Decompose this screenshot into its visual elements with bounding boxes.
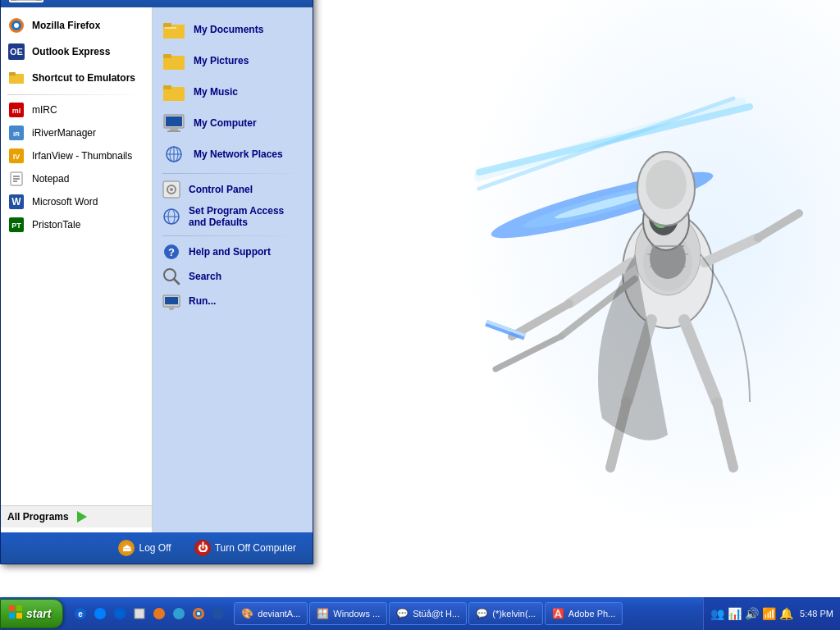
run-label: Run... <box>189 295 216 307</box>
svg-text:mI: mI <box>12 107 21 115</box>
logoff-label: Log Off <box>139 542 171 554</box>
pinned-emulators[interactable]: Shortcut to Emulators <box>1 65 152 91</box>
recent-iriver[interactable]: iR iRiverManager <box>1 121 152 144</box>
svg-line-20 <box>705 238 758 262</box>
taskbar-deviantart[interactable]: 🎨 deviantA... <box>234 602 308 625</box>
svg-line-79 <box>174 279 179 284</box>
ql-icon-6[interactable] <box>170 605 188 623</box>
svg-line-17 <box>512 304 569 336</box>
recent-irfanview[interactable]: IV IrfanView - Thumbnails <box>1 144 152 167</box>
taskbar-chat2[interactable]: 💬 (*)kelvin(... <box>468 602 543 625</box>
svg-point-97 <box>212 608 224 619</box>
start-menu-header: Jed <box>1 0 313 7</box>
left-panel: Mozilla Firefox OE Outlook Express <box>1 7 153 532</box>
logoff-icon: ⏏ <box>118 540 135 556</box>
svg-point-15 <box>646 160 687 209</box>
turnoff-label: Turn Off Computer <box>215 542 296 554</box>
pristontale-icon: PT <box>7 216 25 234</box>
svg-rect-83 <box>9 605 15 611</box>
ql-ie-icon[interactable]: e <box>71 605 89 623</box>
ql-icon-8[interactable] <box>209 605 227 623</box>
svg-line-21 <box>758 213 799 238</box>
chat2-icon: 💬 <box>476 608 488 619</box>
left-separator <box>7 94 145 95</box>
mirc-icon: mI <box>7 101 25 119</box>
start-button[interactable]: start <box>0 599 63 628</box>
adobe-icon: 🅰️ <box>552 608 564 619</box>
my-network-icon <box>162 143 185 166</box>
taskbar-windows1[interactable]: 🪟 Windows ... <box>309 602 387 625</box>
my-pictures-item[interactable]: My Pictures <box>153 45 313 76</box>
control-panel-item[interactable]: Control Panel <box>153 177 313 202</box>
svg-text:e: e <box>79 609 84 619</box>
firefox-label: Mozilla Firefox <box>32 20 100 31</box>
pinned-outlook[interactable]: OE Outlook Express <box>1 39 152 65</box>
outlook-label: Outlook Express <box>32 46 110 57</box>
desktop-wallpaper <box>413 0 840 597</box>
recent-msword[interactable]: W Microsoft Word <box>1 190 152 213</box>
control-panel-label: Control Panel <box>189 184 253 195</box>
system-tray: 👥 📊 🔊 📶 🔔 5:48 PM <box>703 597 840 630</box>
menu-body: Mozilla Firefox OE Outlook Express <box>1 7 313 532</box>
tray-signal-icon[interactable]: 📶 <box>762 607 776 620</box>
ql-icon-2[interactable] <box>91 605 109 623</box>
svg-text:?: ? <box>168 246 175 258</box>
set-program-access-item[interactable]: Set Program Access and Defaults <box>153 202 313 232</box>
svg-line-2 <box>479 103 742 176</box>
svg-point-92 <box>153 608 165 619</box>
emulators-label: Shortcut to Emulators <box>32 72 135 84</box>
mirc-label: mIRC <box>32 104 57 116</box>
windows1-icon: 🪟 <box>317 608 329 619</box>
search-item[interactable]: Search <box>153 264 313 289</box>
svg-rect-56 <box>163 23 171 27</box>
tray-volume-icon[interactable]: 🔊 <box>745 607 759 620</box>
ql-icon-5[interactable] <box>150 605 168 623</box>
search-label: Search <box>189 271 221 282</box>
ql-icon-3[interactable] <box>111 605 129 623</box>
run-icon <box>162 292 180 310</box>
run-item[interactable]: Run... <box>153 289 313 313</box>
right-panel: My Documents My Pictures <box>153 7 313 532</box>
taskbar-chat1[interactable]: 💬 Stüå@t H... <box>389 602 467 625</box>
menu-footer: ⏏ Log Off ⏻ Turn Off Computer <box>1 532 313 564</box>
my-computer-item[interactable]: My Computer <box>153 107 313 139</box>
windows1-label: Windows ... <box>333 609 380 619</box>
my-documents-item[interactable]: My Documents <box>153 14 313 45</box>
pinned-firefox[interactable]: Mozilla Firefox <box>1 12 152 39</box>
svg-point-36 <box>14 23 19 28</box>
recent-notepad[interactable]: Notepad <box>1 167 152 190</box>
iriver-label: iRiverManager <box>32 127 96 139</box>
tray-network-icon[interactable]: 📊 <box>728 607 742 620</box>
svg-rect-40 <box>9 72 16 75</box>
recent-pristontale[interactable]: PT PristonTale <box>1 213 152 236</box>
svg-rect-84 <box>16 605 22 611</box>
start-button-label: start <box>26 607 51 620</box>
turnoff-button[interactable]: ⏻ Turn Off Computer <box>188 537 303 559</box>
all-programs-button[interactable]: All Programs <box>1 505 152 527</box>
taskbar-adobe[interactable]: 🅰️ Adobe Ph... <box>545 602 623 625</box>
svg-point-90 <box>114 608 126 619</box>
my-music-item[interactable]: My Music <box>153 76 313 107</box>
tray-notify-icon[interactable]: 🔔 <box>779 607 793 620</box>
my-network-item[interactable]: My Network Places <box>153 139 313 170</box>
recent-mirc[interactable]: mI mIRC <box>1 98 152 121</box>
chat1-icon: 💬 <box>396 608 409 619</box>
svg-rect-65 <box>167 130 180 132</box>
svg-marker-82 <box>168 307 175 310</box>
ql-firefox-icon[interactable] <box>189 605 208 623</box>
logoff-button[interactable]: ⏏ Log Off <box>112 537 177 559</box>
my-network-label: My Network Places <box>194 148 283 160</box>
user-avatar <box>9 0 43 2</box>
svg-text:IV: IV <box>13 153 21 161</box>
svg-point-96 <box>197 612 200 615</box>
deviantart-icon: 🎨 <box>241 608 253 619</box>
ql-icon-4[interactable] <box>130 605 148 623</box>
deviantart-label: deviantA... <box>258 609 300 619</box>
tray-users-icon[interactable]: 👥 <box>710 607 724 620</box>
help-support-item[interactable]: ? Help and Support <box>153 240 313 264</box>
all-programs-arrow-icon <box>77 511 87 523</box>
svg-point-93 <box>173 608 185 619</box>
svg-rect-61 <box>163 85 171 89</box>
all-programs-label: All Programs <box>7 511 69 523</box>
emulators-icon <box>7 69 25 87</box>
